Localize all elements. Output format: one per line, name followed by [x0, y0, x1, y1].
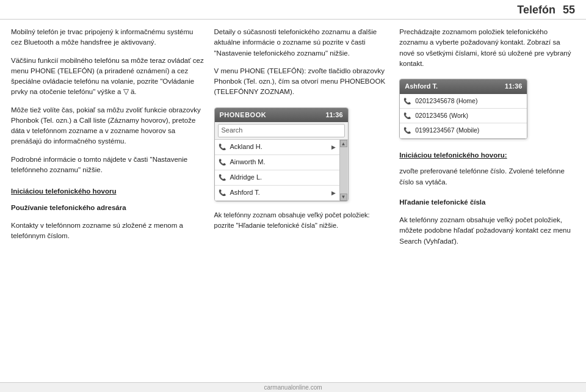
middle-para-2: V menu PHONE (TELEFÓN): zvoľte tlačidlo …	[214, 66, 390, 98]
phonebook-widget: PHONEBOOK 11:36 Search 📞 Ackland H. ▶ 📞 …	[214, 107, 349, 202]
contact-number: 02012345678 (Home)	[415, 96, 477, 106]
phonebook-scrollbar[interactable]: ▲ ▼	[339, 140, 348, 201]
phone-icon: 📞	[219, 158, 227, 167]
item-label: Ackland H.	[230, 142, 262, 152]
item-label: Ainworth M.	[230, 158, 266, 167]
phonebook-widget-header: PHONEBOOK 11:36	[215, 108, 348, 123]
contact-item[interactable]: 📞 02012345678 (Home)	[400, 94, 527, 109]
scrollbar-down-button[interactable]: ▼	[340, 194, 347, 201]
left-para-1: Mobilný telefón je trvac pripojený k inf…	[11, 27, 204, 48]
middle-caption: Ak telefónny zoznam obsahuje veľký počet…	[214, 210, 390, 230]
right-column: Prechádzajte zoznamom položiek telefonic…	[399, 27, 575, 383]
contact-item[interactable]: 📞 01991234567 (Mobile)	[400, 123, 527, 138]
page-header: Telefón 55	[0, 0, 586, 20]
phone-icon: 📞	[403, 97, 412, 106]
phone-icon: 📞	[219, 173, 227, 182]
arrow-icon: ▶	[331, 143, 336, 151]
phone-icon: 📞	[219, 189, 227, 197]
watermark-bar: carmanualonline.com	[0, 382, 586, 392]
contact-name: Ashford T.	[405, 82, 438, 92]
phonebook-search-box[interactable]: Search	[218, 124, 345, 137]
item-label: Aldridge L.	[230, 173, 262, 183]
phonebook-time: 11:36	[325, 111, 342, 120]
list-item[interactable]: 📞 Ainworth M.	[215, 155, 339, 170]
left-para-heading: Používanie telefonického adresára	[11, 203, 204, 213]
right-para-1: Prechádzajte zoznamom položiek telefonic…	[399, 27, 575, 69]
middle-column: Detaily o súčasnosti telefonického zozna…	[214, 27, 390, 383]
arrow-icon: ▶	[331, 189, 336, 197]
list-item[interactable]: 📞 Aldridge L.	[215, 170, 339, 186]
contact-item[interactable]: 📞 020123456 (Work)	[400, 109, 527, 123]
phonebook-search-row: Search	[215, 122, 348, 140]
middle-para-1: Detaily o súčasnosti telefonického zozna…	[214, 27, 390, 59]
left-column: Mobilný telefón je trvac pripojený k inf…	[11, 27, 204, 383]
contact-time: 11:36	[505, 82, 522, 92]
left-para-4: Podrobné informácie o tomto nájdete v ča…	[11, 154, 204, 176]
left-para-3: Môže tiež volíte čas, pokiaľ sa môžu zvo…	[11, 105, 204, 147]
left-para-2: Väčšinu funkcií mobilného telefónu sa mô…	[11, 56, 204, 98]
contact-number: 01991234567 (Mobile)	[415, 126, 479, 135]
phone-icon: 📞	[403, 126, 412, 135]
phonebook-list: 📞 Ackland H. ▶ 📞 Ainworth M. 📞 Aldridge …	[215, 140, 339, 201]
item-label: Ashford T.	[230, 188, 260, 198]
right-heading-2: Hľadanie telefonické čísla	[399, 197, 575, 208]
page-title: Telefón	[517, 4, 555, 16]
right-para-3: Ak telefónny zoznam obsahuje veľký počet…	[399, 215, 575, 247]
phonebook-list-container: 📞 Ackland H. ▶ 📞 Ainworth M. 📞 Aldridge …	[215, 140, 348, 201]
left-section-heading: Iniciáciou telefonického hovoru	[11, 186, 204, 197]
right-section-heading: Iniciáciou telefonického hovoru:	[399, 150, 575, 161]
scrollbar-track	[340, 147, 347, 194]
main-content: Mobilný telefón je trvac pripojený k inf…	[0, 20, 586, 388]
watermark-text: carmanualonline.com	[264, 384, 322, 391]
list-item[interactable]: 📞 Ashford T. ▶	[215, 186, 339, 201]
phonebook-title: PHONEBOOK	[220, 111, 267, 120]
list-item[interactable]: 📞 Ackland H. ▶	[215, 140, 339, 155]
phone-icon: 📞	[403, 112, 412, 120]
scrollbar-up-button[interactable]: ▲	[340, 140, 347, 147]
contact-widget-header: Ashford T. 11:36	[400, 79, 527, 94]
page-number: 55	[563, 4, 575, 16]
contact-number: 020123456 (Work)	[415, 111, 468, 120]
contact-widget: Ashford T. 11:36 📞 02012345678 (Home) 📞 …	[399, 79, 527, 139]
right-para-2: zvoľte preferované telefónne číslo. Zvol…	[399, 166, 575, 187]
left-para-body: Kontakty v telefónnom zozname sú zložené…	[11, 220, 204, 242]
phone-icon: 📞	[219, 143, 227, 151]
